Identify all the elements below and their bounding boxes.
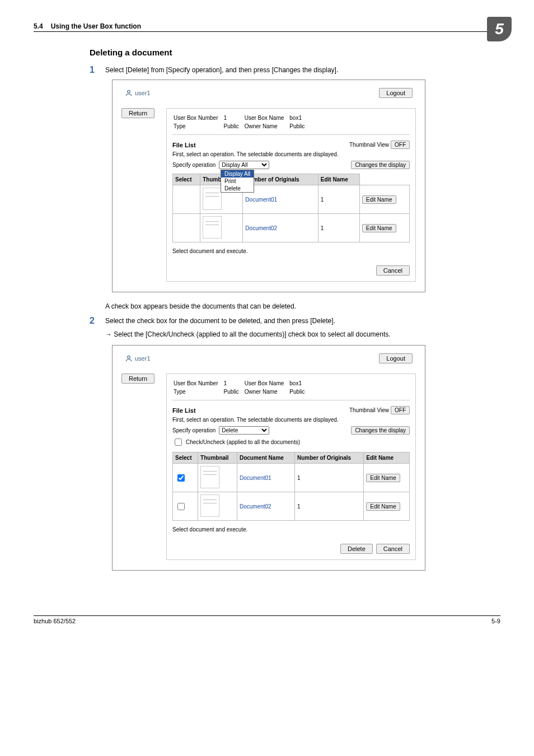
document-table: Select Thumbnail Document Name Number of… <box>172 174 410 242</box>
file-list-label: File List <box>172 407 196 414</box>
instruction-text: First, select an operation. The selectab… <box>172 417 410 423</box>
logout-button[interactable]: Logout <box>379 353 413 363</box>
screenshot-2: user1 Logout Return User Box Number1 Use… <box>112 345 425 571</box>
return-button[interactable]: Return <box>121 374 154 384</box>
return-button[interactable]: Return <box>121 108 154 118</box>
thumbnail-off-button[interactable]: OFF <box>391 141 410 149</box>
step-1: 1 Select [Delete] from [Specify operatio… <box>90 65 478 75</box>
mid-description: A check box appears beside the documents… <box>105 302 478 310</box>
execute-text: Select document and execute. <box>172 248 410 254</box>
user-name: user1 <box>135 90 151 96</box>
changes-display-button[interactable]: Changes the display <box>351 161 410 169</box>
edit-name-button[interactable]: Edit Name <box>362 195 396 204</box>
edit-name-button[interactable]: Edit Name <box>366 502 400 511</box>
delete-button[interactable]: Delete <box>340 544 373 554</box>
svg-point-1 <box>128 356 130 358</box>
table-row: Document02 1 Edit Name <box>173 492 410 521</box>
step-text: Select the check box for the document to… <box>105 316 335 326</box>
option-print[interactable]: Print <box>221 178 254 185</box>
changes-display-button[interactable]: Changes the display <box>351 426 410 435</box>
option-display-all[interactable]: Display All <box>221 170 254 178</box>
section-number: 5.4 <box>34 22 43 30</box>
edit-name-button[interactable]: Edit Name <box>362 224 396 232</box>
step-2: 2 Select the check box for the document … <box>90 316 478 326</box>
document-link[interactable]: Document01 <box>237 464 294 492</box>
user-indicator: user1 <box>125 89 151 97</box>
execute-text: Select document and execute. <box>172 526 410 533</box>
logout-button[interactable]: Logout <box>379 88 413 98</box>
specify-operation-select[interactable]: Delete <box>219 426 269 435</box>
operation-dropdown-list[interactable]: Display All Print Delete <box>221 170 254 193</box>
user-icon <box>125 354 133 362</box>
step-number: 2 <box>90 316 105 326</box>
row-checkbox[interactable] <box>177 503 185 510</box>
footer-model: bizhub 652/552 <box>34 618 76 624</box>
page-header: 5.4 Using the User Box function <box>34 22 500 32</box>
edit-name-button[interactable]: Edit Name <box>366 474 400 482</box>
document-table: Select Thumbnail Document Name Number of… <box>172 452 410 521</box>
check-all-checkbox[interactable] <box>175 438 182 446</box>
instruction-text: First, select an operation. The selectab… <box>172 151 410 157</box>
cancel-button[interactable]: Cancel <box>376 544 410 554</box>
box-meta: User Box Number1 User Box Namebox1 TypeP… <box>172 379 311 396</box>
screenshot-1: user1 Logout Return User Box Number1 Use… <box>112 80 425 292</box>
file-list-label: File List <box>172 142 196 148</box>
heading-deleting-document: Deleting a document <box>90 48 478 57</box>
thumbnail-icon <box>200 494 219 517</box>
table-row: Document01 1 Edit Name <box>173 464 410 492</box>
user-icon <box>125 89 133 97</box>
cancel-button[interactable]: Cancel <box>376 265 410 276</box>
specify-operation-select[interactable]: Display All <box>219 161 269 169</box>
document-link[interactable]: Document02 <box>243 214 318 242</box>
section-title: Using the User Box function <box>51 22 141 30</box>
page-footer: bizhub 652/552 5-9 <box>34 615 500 624</box>
thumbnail-icon <box>203 188 222 210</box>
sub-step-arrow: → Select the [Check/Uncheck (applied to … <box>105 330 478 338</box>
step-number: 1 <box>90 65 105 75</box>
user-indicator: user1 <box>125 354 151 362</box>
user-name: user1 <box>135 355 151 362</box>
chapter-badge: 5 <box>487 17 512 41</box>
thumbnail-icon <box>200 466 219 488</box>
thumbnail-off-button[interactable]: OFF <box>391 406 410 414</box>
table-row: Document01 1 Edit Name <box>173 185 410 214</box>
svg-point-0 <box>128 90 130 93</box>
option-delete[interactable]: Delete <box>221 185 254 192</box>
table-row: Document02 1 Edit Name <box>173 214 410 242</box>
row-checkbox[interactable] <box>177 474 185 482</box>
footer-page: 5-9 <box>491 618 500 624</box>
thumbnail-icon <box>203 216 222 239</box>
box-meta: User Box Number1 User Box Namebox1 TypeP… <box>172 113 311 131</box>
document-link[interactable]: Document02 <box>237 492 294 521</box>
step-text: Select [Delete] from [Specify operation]… <box>105 65 338 75</box>
